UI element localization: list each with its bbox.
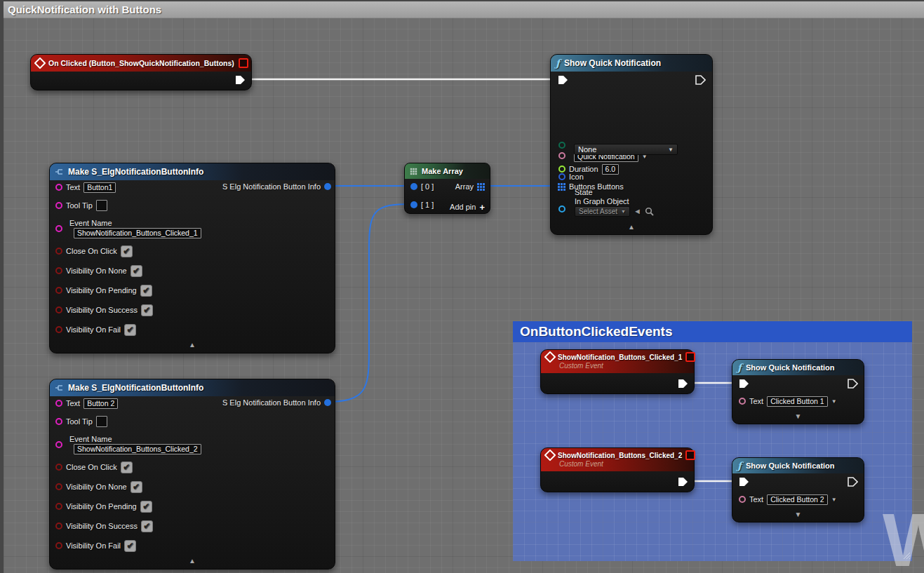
node-show-quick-notification-1[interactable]: ƒ Show Quick Notification Text Clicked B… — [732, 359, 864, 424]
text-dropdown-arrow-icon[interactable]: ▼ — [831, 398, 837, 405]
visibility-on-fail-checkbox[interactable]: ✔ — [124, 540, 136, 552]
add-pin-icon[interactable]: + — [479, 202, 485, 213]
select-asset-dropdown[interactable]: Select Asset ▼ — [575, 206, 630, 217]
delegate-pin[interactable] — [685, 352, 695, 362]
visibility-on-success-pin[interactable] — [55, 523, 62, 530]
event-name-value-field[interactable]: ShowNotification_Buttons_Clicked_1 — [74, 228, 201, 238]
exec-out-pin[interactable] — [678, 379, 688, 389]
visibility-on-success-checkbox[interactable]: ✔ — [141, 520, 153, 532]
buttons-array-pin[interactable] — [558, 183, 565, 191]
state-pin[interactable] — [558, 142, 565, 149]
close-on-click-checkbox[interactable]: ✔ — [121, 245, 133, 257]
text-pin-label: Text — [749, 495, 763, 504]
node-header[interactable]: ShowNotification_Buttons_Clicked_1 Custo… — [541, 350, 694, 373]
tooltip-pin[interactable] — [55, 418, 62, 425]
expand-node-button[interactable]: ▼ — [732, 511, 864, 519]
node-make-array[interactable]: Make Array [ 0 ] Array [ 1 ] Add pin + — [404, 163, 490, 214]
text-dropdown-arrow-icon[interactable]: ▼ — [831, 497, 837, 503]
node-custom-event-2[interactable]: ShowNotification_Buttons_Clicked_2 Custo… — [540, 447, 695, 492]
exec-in-pin[interactable] — [558, 75, 568, 85]
delegate-pin[interactable] — [239, 58, 248, 68]
collapse-node-button[interactable]: ▲ — [551, 223, 712, 231]
browse-asset-icon[interactable] — [645, 207, 654, 216]
in-graph-object-pin[interactable] — [558, 205, 565, 213]
visibility-on-pending-pin[interactable] — [55, 287, 62, 294]
array-output-pin[interactable] — [477, 183, 485, 191]
text-pin[interactable] — [55, 184, 62, 191]
state-dropdown[interactable]: None ▼ — [574, 144, 678, 155]
visibility-on-fail-pin[interactable] — [55, 326, 62, 333]
visibility-on-none-checkbox[interactable]: ✔ — [130, 265, 142, 277]
visibility-on-success-checkbox[interactable]: ✔ — [141, 304, 153, 316]
visibility-on-none-pin[interactable] — [55, 483, 62, 490]
node-on-clicked[interactable]: On Clicked (Button_ShowQuickNotification… — [30, 54, 252, 90]
collapse-node-button[interactable]: ▲ — [50, 557, 335, 565]
exec-out-pin[interactable] — [848, 477, 858, 487]
exec-out-pin[interactable] — [848, 379, 858, 389]
add-pin-label[interactable]: Add pin — [450, 203, 476, 211]
outer-comment-title-bar[interactable]: QuickNotification with Buttons — [4, 1, 924, 18]
tooltip-pin[interactable] — [55, 202, 62, 209]
node-header[interactable]: Make Array — [405, 163, 490, 179]
function-icon: ƒ — [737, 363, 742, 372]
text-pin[interactable] — [739, 496, 746, 503]
expand-node-button[interactable]: ▼ — [732, 412, 864, 421]
visibility-on-success-pin[interactable] — [55, 306, 62, 314]
visibility-on-pending-checkbox[interactable]: ✔ — [140, 501, 152, 513]
node-show-quick-notification-2[interactable]: ƒ Show Quick Notification Text Clicked B… — [732, 457, 864, 523]
visibility-on-fail-pin[interactable] — [55, 542, 62, 549]
node-header[interactable]: ƒ Show Quick Notification — [732, 360, 864, 375]
exec-out-pin[interactable] — [678, 477, 688, 487]
node-make-struct-2[interactable]: Make S_ElgNotificationButtonInfo Text Bu… — [49, 379, 335, 569]
node-on-clicked-header[interactable]: On Clicked (Button_ShowQuickNotification… — [31, 55, 251, 72]
array-input-0-pin[interactable] — [410, 183, 417, 190]
exec-in-pin[interactable] — [739, 379, 749, 389]
struct-output-pin[interactable] — [324, 399, 331, 406]
node-title: ShowNotification_Buttons_Clicked_1 — [558, 353, 682, 361]
node-make-struct-1[interactable]: Make S_ElgNotificationButtonInfo Text Bu… — [49, 163, 335, 353]
close-on-click-checkbox[interactable]: ✔ — [121, 461, 133, 473]
node-header[interactable]: ƒ Show Quick Notification — [732, 458, 864, 473]
tooltip-value-field[interactable] — [96, 200, 107, 211]
visibility-on-fail-checkbox[interactable]: ✔ — [124, 324, 136, 336]
event-name-value-field[interactable]: ShowNotification_Buttons_Clicked_2 — [74, 444, 201, 454]
node-header[interactable]: Make S_ElgNotificationButtonInfo — [50, 163, 335, 180]
node-header[interactable]: ƒ Show Quick Notification — [551, 55, 712, 72]
duration-pin[interactable] — [558, 166, 565, 173]
tooltip-value-field[interactable] — [96, 416, 107, 427]
visibility-on-none-pin[interactable] — [55, 267, 62, 274]
use-selected-asset-icon[interactable]: ◄ — [634, 207, 641, 215]
close-on-click-pin[interactable] — [55, 248, 62, 255]
visibility-on-none-label: Visibility On None — [66, 267, 127, 275]
node-header[interactable]: ShowNotification_Buttons_Clicked_2 Custo… — [541, 448, 694, 471]
node-title: Show Quick Notification — [746, 363, 835, 372]
struct-output-pin[interactable] — [324, 183, 331, 190]
event-name-pin[interactable] — [55, 225, 62, 232]
node-show-quick-notification-main[interactable]: ƒ Show Quick Notification Text Quick Not… — [550, 54, 713, 235]
array-input-1-pin[interactable] — [410, 201, 417, 208]
visibility-on-pending-checkbox[interactable]: ✔ — [140, 285, 152, 297]
buttons-pin-label: Buttons Buttons — [569, 182, 624, 191]
text-pin[interactable] — [558, 152, 565, 159]
text-value-field[interactable]: Clicked Button 1 — [767, 396, 827, 407]
node-header[interactable]: Make S_ElgNotificationButtonInfo — [50, 379, 335, 396]
exec-out-pin[interactable] — [695, 75, 706, 85]
close-on-click-pin[interactable] — [55, 464, 62, 471]
text-pin[interactable] — [55, 400, 62, 407]
node-title: Make S_ElgNotificationButtonInfo — [68, 167, 203, 177]
visibility-on-pending-pin[interactable] — [55, 503, 62, 510]
visibility-on-none-checkbox[interactable]: ✔ — [130, 481, 142, 493]
comment-title-bar[interactable]: OnButtonClickedEvents — [513, 321, 912, 342]
event-diamond-icon — [544, 450, 556, 461]
text-pin[interactable] — [739, 398, 746, 405]
node-custom-event-1[interactable]: ShowNotification_Buttons_Clicked_1 Custo… — [540, 349, 695, 394]
text-value-field[interactable]: Button1 — [83, 182, 116, 193]
collapse-node-button[interactable]: ▲ — [50, 341, 335, 349]
exec-out-pin[interactable] — [235, 75, 246, 85]
text-value-field[interactable]: Button 2 — [83, 398, 118, 409]
delegate-pin[interactable] — [685, 450, 695, 460]
event-name-pin[interactable] — [55, 441, 62, 448]
exec-in-pin[interactable] — [739, 477, 749, 487]
text-value-field[interactable]: Clicked Button 2 — [767, 494, 827, 505]
duration-value-field[interactable]: 6.0 — [602, 164, 620, 175]
